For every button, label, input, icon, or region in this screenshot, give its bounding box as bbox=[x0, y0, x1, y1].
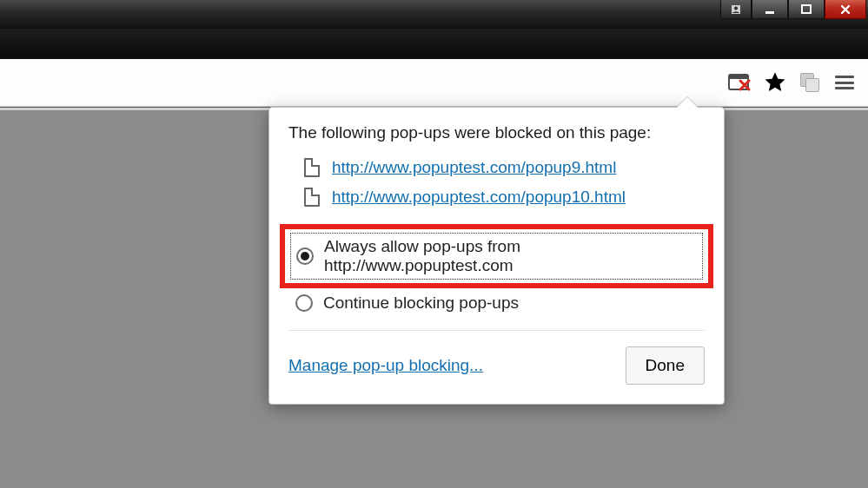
list-item: http://www.popuptest.com/popup10.html bbox=[304, 182, 705, 212]
browser-toolbar bbox=[0, 59, 868, 107]
bubble-footer: Manage pop-up blocking... Done bbox=[288, 346, 705, 385]
option-label: Always allow pop-ups from http://www.pop… bbox=[324, 237, 697, 275]
window-minimize-button[interactable] bbox=[752, 0, 788, 19]
popup-blocked-bubble: The following pop-ups were blocked on th… bbox=[268, 107, 725, 405]
svg-rect-3 bbox=[802, 5, 811, 13]
page-icon bbox=[304, 188, 320, 207]
blocked-popups-list: http://www.popuptest.com/popup9.html htt… bbox=[304, 153, 705, 212]
option-label: Continue blocking pop-ups bbox=[323, 293, 519, 313]
window-close-button[interactable] bbox=[825, 0, 866, 19]
manage-popup-blocking-link[interactable]: Manage pop-up blocking... bbox=[288, 356, 483, 375]
tutorial-highlight: Always allow pop-ups from http://www.pop… bbox=[280, 224, 713, 288]
blocked-popup-link[interactable]: http://www.popuptest.com/popup9.html bbox=[332, 158, 616, 177]
popup-blocked-indicator[interactable] bbox=[726, 68, 755, 97]
bubble-heading: The following pop-ups were blocked on th… bbox=[288, 123, 705, 142]
page-icon bbox=[304, 158, 320, 177]
window-maximize-button[interactable] bbox=[788, 0, 825, 19]
bookmark-star-button[interactable] bbox=[760, 68, 790, 97]
menu-button[interactable] bbox=[830, 68, 859, 97]
svg-point-1 bbox=[734, 6, 738, 10]
option-continue-blocking[interactable]: Continue blocking pop-ups bbox=[288, 290, 705, 316]
blocked-popup-link[interactable]: http://www.popuptest.com/popup10.html bbox=[332, 188, 626, 207]
svg-rect-2 bbox=[765, 11, 774, 14]
radio-icon bbox=[295, 294, 313, 312]
window-frame: The following pop-ups were blocked on th… bbox=[0, 0, 868, 488]
done-button[interactable]: Done bbox=[626, 346, 705, 385]
window-titlebar bbox=[0, 0, 868, 29]
radio-icon bbox=[296, 247, 314, 265]
user-switcher-button[interactable] bbox=[720, 0, 752, 19]
option-always-allow[interactable]: Always allow pop-ups from http://www.pop… bbox=[290, 233, 703, 280]
divider bbox=[288, 330, 705, 331]
svg-rect-5 bbox=[729, 75, 748, 79]
list-item: http://www.popuptest.com/popup9.html bbox=[304, 153, 705, 182]
tab-strip bbox=[0, 29, 868, 59]
extensions-button[interactable] bbox=[795, 68, 825, 97]
